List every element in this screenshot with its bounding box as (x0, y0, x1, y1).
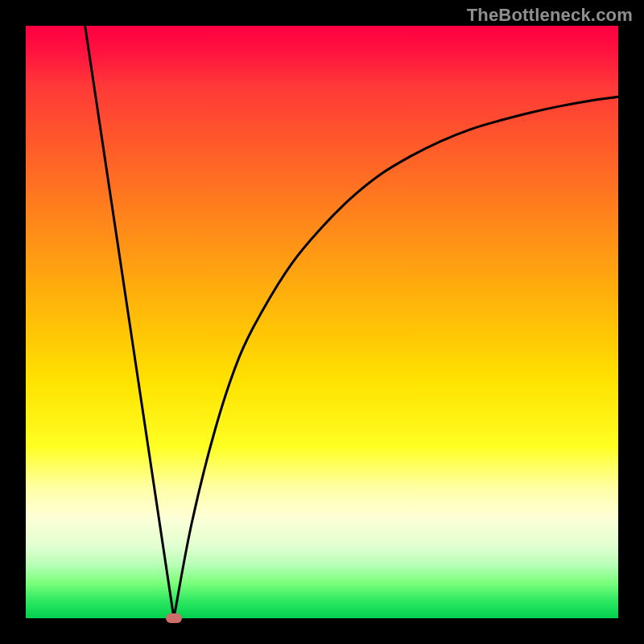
plot-area (26, 26, 618, 618)
bottleneck-curve (26, 26, 618, 618)
chart-frame: TheBottleneck.com (0, 0, 644, 644)
watermark-text: TheBottleneck.com (467, 5, 633, 26)
